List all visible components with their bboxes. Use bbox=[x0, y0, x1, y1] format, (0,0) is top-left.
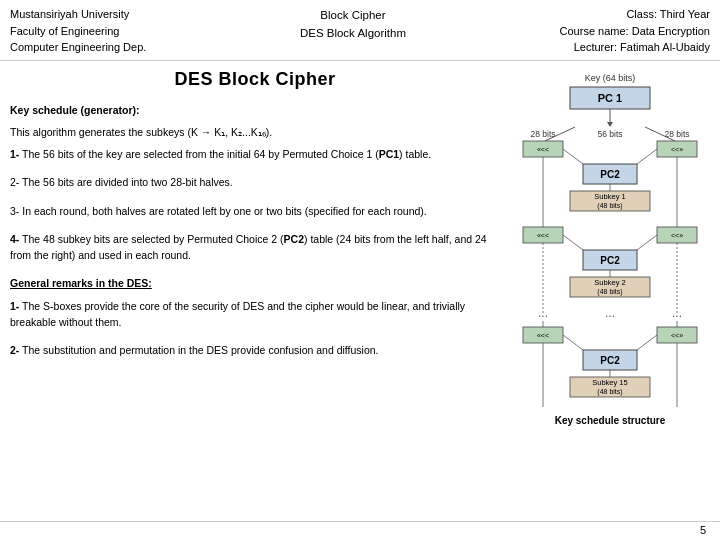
svg-text:(48 bits): (48 bits) bbox=[597, 288, 622, 296]
para-48bits: 4- The 48 subkey bits are selected by Pe… bbox=[10, 231, 500, 264]
right-column: Key (64 bits) PC 1 28 bits 56 bits 28 bi… bbox=[510, 69, 710, 518]
svg-text:«<<: «<< bbox=[537, 232, 549, 239]
pc2-bold: PC2 bbox=[284, 233, 304, 245]
university-name: Mustansiriyah University bbox=[10, 6, 146, 23]
remark1: 1- The S-boxes provide the core of the s… bbox=[10, 298, 500, 331]
header-center: Block Cipher DES Block Algorithm bbox=[300, 6, 406, 43]
remark2-bold: 2- bbox=[10, 344, 19, 356]
pc1-bold: PC1 bbox=[379, 148, 399, 160]
diagram-caption: Key schedule structure bbox=[555, 415, 666, 426]
svg-text:Subkey 15: Subkey 15 bbox=[592, 378, 627, 387]
header: Mustansiriyah University Faculty of Engi… bbox=[0, 0, 720, 61]
svg-marker-4 bbox=[607, 122, 613, 127]
general-remarks-heading: General remarks in the DES: bbox=[10, 277, 152, 289]
main-content: DES Block Cipher Key schedule (generator… bbox=[0, 61, 720, 522]
header-left: Mustansiriyah University Faculty of Engi… bbox=[10, 6, 146, 56]
para-rotate: 3- In each round, both halves are rotate… bbox=[10, 203, 500, 219]
left-column: DES Block Cipher Key schedule (generator… bbox=[10, 69, 500, 518]
svg-line-14 bbox=[563, 149, 583, 164]
svg-line-47 bbox=[563, 335, 583, 350]
point1-bold: 1- bbox=[10, 148, 19, 160]
svg-text:PC2: PC2 bbox=[600, 355, 620, 366]
svg-text:...: ... bbox=[605, 306, 615, 320]
svg-line-48 bbox=[637, 335, 657, 350]
department-name: Computer Engineering Dep. bbox=[10, 39, 146, 56]
course-subtopic: DES Block Algorithm bbox=[300, 24, 406, 42]
para-56bits: 1- The 56 bits of the key are selected f… bbox=[10, 146, 500, 162]
remark1-text: The S-boxes provide the core of the secu… bbox=[10, 300, 465, 328]
svg-text:«<<: «<< bbox=[537, 146, 549, 153]
svg-line-28 bbox=[563, 235, 583, 250]
remark2-text: The substitution and permutation in the … bbox=[19, 344, 378, 356]
svg-text:«<<: «<< bbox=[537, 332, 549, 339]
svg-text:Key (64 bits): Key (64 bits) bbox=[585, 73, 636, 83]
svg-text:Subkey 1: Subkey 1 bbox=[594, 192, 625, 201]
faculty-name: Faculty of Engineering bbox=[10, 23, 146, 40]
svg-text:(48 bits): (48 bits) bbox=[597, 388, 622, 396]
point4-text: The 48 subkey bits are selected by Permu… bbox=[19, 233, 283, 245]
diagram-svg: Key (64 bits) PC 1 28 bits 56 bits 28 bi… bbox=[515, 69, 705, 409]
course-topic: Block Cipher bbox=[300, 6, 406, 24]
svg-text:PC 1: PC 1 bbox=[598, 92, 622, 104]
point3-text: 3- In each round, both halves are rotate… bbox=[10, 205, 427, 217]
svg-text:(48 bits): (48 bits) bbox=[597, 202, 622, 210]
key-schedule-diagram: Key (64 bits) PC 1 28 bits 56 bits 28 bi… bbox=[515, 69, 705, 409]
point2-text: 2- The 56 bits are divided into two 28-b… bbox=[10, 176, 233, 188]
general-remarks-section: General remarks in the DES: bbox=[10, 275, 500, 291]
page-title: DES Block Cipher bbox=[10, 69, 500, 90]
point1-end: ) table. bbox=[399, 148, 431, 160]
page-number: 5 bbox=[700, 524, 706, 536]
remark2: 2- The substitution and permutation in t… bbox=[10, 342, 500, 358]
class-year: Class: Third Year bbox=[560, 6, 710, 23]
svg-line-15 bbox=[637, 149, 657, 164]
key-schedule-section: Key schedule (generator): bbox=[10, 102, 500, 118]
key-schedule-heading: Key schedule (generator): bbox=[10, 104, 140, 116]
svg-text:Subkey 2: Subkey 2 bbox=[594, 278, 625, 287]
header-right: Class: Third Year Course name: Data Encr… bbox=[560, 6, 710, 56]
para-28bits: 2- The 56 bits are divided into two 28-b… bbox=[10, 174, 500, 190]
remark1-bold: 1- bbox=[10, 300, 19, 312]
page: Mustansiriyah University Faculty of Engi… bbox=[0, 0, 720, 540]
svg-text:56 bits: 56 bits bbox=[597, 129, 622, 139]
subkey-text: This algorithm generates the subkeys (K … bbox=[10, 126, 272, 138]
svg-text:<<»: <<» bbox=[671, 232, 683, 239]
point1-text: The 56 bits of the key are selected from… bbox=[19, 148, 378, 160]
svg-text:PC2: PC2 bbox=[600, 169, 620, 180]
lecturer-name: Lecturer: Fatimah Al-Ubaidy bbox=[560, 39, 710, 56]
svg-text:<<»: <<» bbox=[671, 146, 683, 153]
svg-text:<<»: <<» bbox=[671, 332, 683, 339]
footer: 5 bbox=[0, 521, 720, 540]
svg-line-29 bbox=[637, 235, 657, 250]
para-subkeys: This algorithm generates the subkeys (K … bbox=[10, 124, 500, 140]
svg-text:PC2: PC2 bbox=[600, 255, 620, 266]
point4-bold: 4- bbox=[10, 233, 19, 245]
course-name: Course name: Data Encryption bbox=[560, 23, 710, 40]
